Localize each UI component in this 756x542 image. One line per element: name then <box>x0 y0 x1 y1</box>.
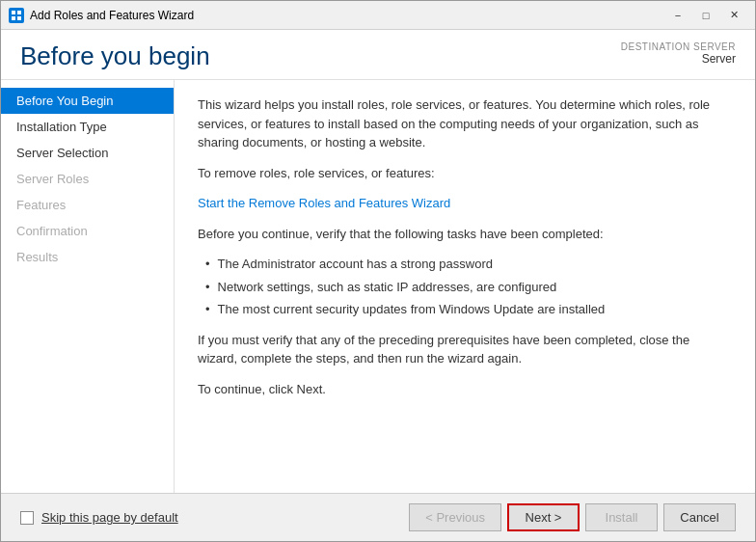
destination-server-info: DESTINATION SERVER Server <box>621 41 736 66</box>
svg-rect-2 <box>12 16 15 20</box>
prerequisites-list: •The Administrator account has a strong … <box>205 255 732 319</box>
bullet-item: •Network settings, such as static IP add… <box>205 278 732 297</box>
remove-wizard-link[interactable]: Start the Remove Roles and Features Wiza… <box>198 196 450 210</box>
sidebar: Before You BeginInstallation TypeServer … <box>1 80 175 493</box>
svg-rect-1 <box>17 11 21 14</box>
window-icon <box>9 8 24 23</box>
window-title: Add Roles and Features Wizard <box>30 9 664 22</box>
sidebar-item-installation-type[interactable]: Installation Type <box>1 114 174 140</box>
sidebar-item-server-roles: Server Roles <box>1 166 174 192</box>
sidebar-item-features: Features <box>1 192 174 218</box>
sidebar-item-confirmation: Confirmation <box>1 218 174 244</box>
bullet-dot: • <box>205 300 210 319</box>
verify-paragraph: Before you continue, verify that the fol… <box>198 225 732 244</box>
window-controls: − □ ✕ <box>664 6 747 25</box>
previous-button[interactable]: < Previous <box>409 503 501 531</box>
bullet-item: •The Administrator account has a strong … <box>205 255 732 274</box>
main-content: This wizard helps you install roles, rol… <box>175 80 755 493</box>
svg-rect-0 <box>12 11 15 14</box>
bullet-dot: • <box>205 278 210 297</box>
skip-checkbox[interactable] <box>20 511 34 525</box>
sidebar-item-results: Results <box>1 244 174 270</box>
maximize-button[interactable]: □ <box>692 6 719 25</box>
svg-rect-3 <box>17 16 21 20</box>
destination-value: Server <box>621 52 736 66</box>
skip-area: Skip this page by default <box>20 510 409 525</box>
sidebar-item-server-selection[interactable]: Server Selection <box>1 140 174 166</box>
close-button[interactable]: ✕ <box>720 6 747 25</box>
bullet-item: •The most current security updates from … <box>205 300 732 319</box>
sidebar-item-before-you-begin[interactable]: Before You Begin <box>1 88 174 114</box>
destination-label: DESTINATION SERVER <box>621 41 736 52</box>
content-area: Before You BeginInstallation TypeServer … <box>1 80 755 493</box>
title-bar: Add Roles and Features Wizard − □ ✕ <box>1 1 755 30</box>
continue-paragraph: To continue, click Next. <box>198 380 732 399</box>
wizard-window: Add Roles and Features Wizard − □ ✕ Befo… <box>0 0 756 542</box>
verify-warning: If you must verify that any of the prece… <box>198 331 732 368</box>
next-button[interactable]: Next > <box>507 503 580 531</box>
page-header: Before you begin DESTINATION SERVER Serv… <box>1 30 755 80</box>
bullet-dot: • <box>205 255 210 274</box>
footer-buttons: < Previous Next > Install Cancel <box>409 503 736 531</box>
intro-paragraph: This wizard helps you install roles, rol… <box>198 95 732 152</box>
footer: Skip this page by default < Previous Nex… <box>1 493 755 541</box>
cancel-button[interactable]: Cancel <box>663 503 736 531</box>
page-title: Before you begin <box>20 41 210 71</box>
install-button[interactable]: Install <box>585 503 658 531</box>
remove-paragraph: To remove roles, role services, or featu… <box>198 164 732 183</box>
minimize-button[interactable]: − <box>664 6 691 25</box>
skip-label[interactable]: Skip this page by default <box>41 510 178 525</box>
